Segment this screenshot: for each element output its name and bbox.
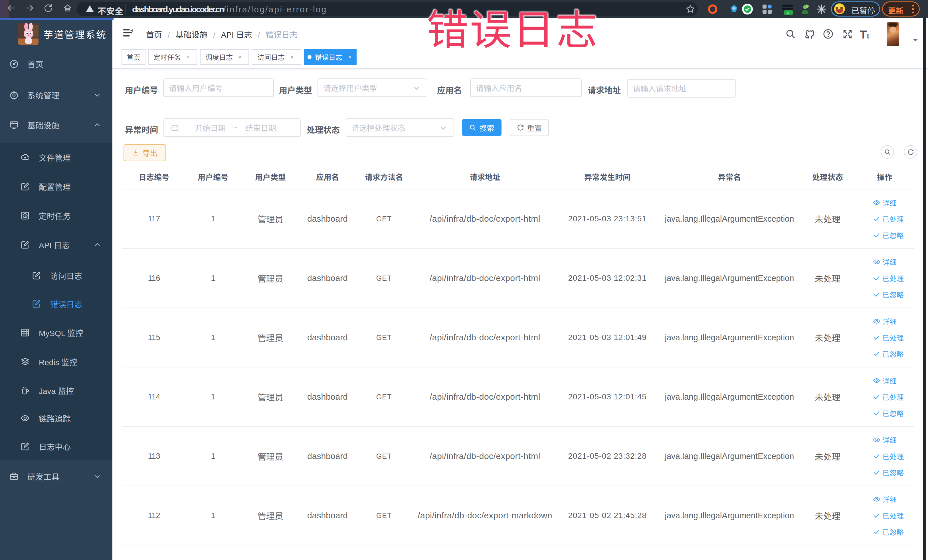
svg-text:on: on: [787, 11, 790, 14]
